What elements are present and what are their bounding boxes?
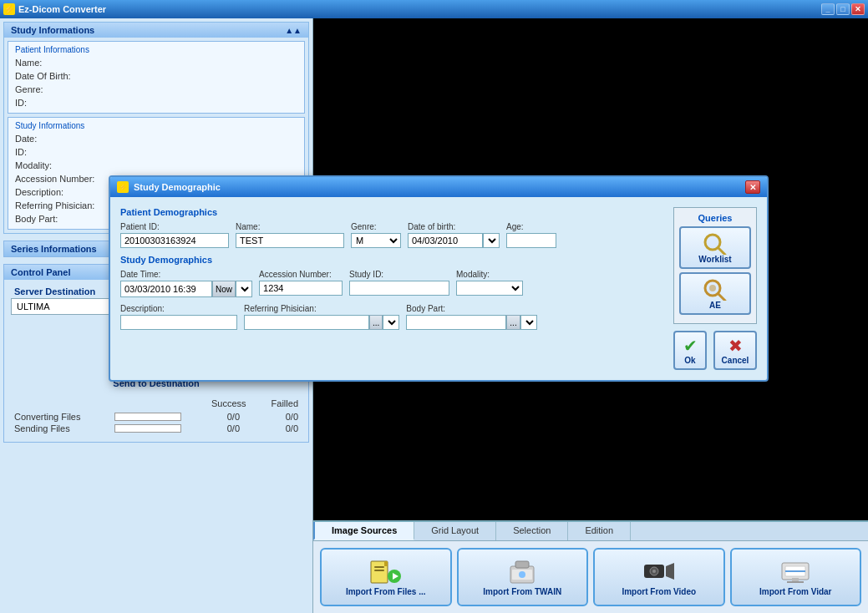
ae-icon (702, 277, 728, 301)
body-part-field: Body Part: ... (406, 304, 536, 330)
accession-input[interactable] (259, 281, 343, 296)
dob-dropdown[interactable] (483, 233, 500, 248)
dob-field-label: Date of birth: (408, 222, 500, 231)
dob-input-group (408, 233, 500, 248)
study-demo-row1: Date Time: Now Accession Number: Study I… (120, 270, 663, 297)
study-id-input[interactable] (349, 281, 449, 296)
dob-input[interactable] (408, 233, 483, 248)
modal-close-button[interactable]: ✕ (745, 180, 760, 194)
modal-form-area: Patient Demographics Patient ID: Name: G… (120, 207, 663, 370)
patient-id-field-label: Patient ID: (120, 222, 229, 231)
ok-button[interactable]: ✔ Ok (673, 331, 707, 370)
study-demographic-modal: ⚡ Study Demographic ✕ Patient Demographi… (109, 175, 769, 382)
ae-button[interactable]: AE (679, 272, 751, 315)
svg-line-27 (718, 294, 725, 301)
description-label: Description: (120, 304, 237, 313)
age-field: Age: (506, 222, 556, 248)
accession-label: Accession Number: (259, 270, 343, 279)
datetime-field: Date Time: Now (120, 270, 252, 297)
referring-browse-button[interactable]: ... (369, 315, 383, 330)
cancel-button[interactable]: ✖ Cancel (713, 331, 757, 370)
worklist-label: Worklist (698, 255, 731, 264)
datetime-input-group: Now (120, 281, 252, 297)
referring-dropdown[interactable] (383, 315, 399, 330)
study-id-label: Study ID: (349, 270, 449, 279)
patient-demo-label: Patient Demographics (120, 207, 663, 217)
worklist-icon (702, 231, 728, 255)
modal-title-area: ⚡ Study Demographic (117, 181, 221, 193)
name-input[interactable] (236, 233, 344, 248)
description-input[interactable] (120, 315, 237, 330)
genre-field-label: Genre: (351, 222, 401, 231)
study-id-field: Study ID: (349, 270, 449, 296)
referring-input[interactable] (244, 315, 369, 330)
accession-field: Accession Number: (259, 270, 343, 296)
ae-label: AE (709, 301, 721, 310)
age-field-label: Age: (506, 222, 556, 231)
genre-field: Genre: M (351, 222, 401, 248)
modal-title-text: Study Demographic (134, 182, 221, 192)
now-button[interactable]: Now (212, 281, 236, 297)
age-input[interactable] (506, 233, 556, 248)
cancel-icon: ✖ (728, 336, 743, 356)
referring-label: Referring Phisician: (244, 304, 399, 313)
name-field: Name: (236, 222, 344, 248)
patient-id-field: Patient ID: (120, 222, 229, 248)
description-field: Description: (120, 304, 237, 330)
referring-input-group: ... (244, 315, 399, 330)
name-field-label: Name: (236, 222, 344, 231)
dob-field: Date of birth: (408, 222, 500, 248)
patient-id-input[interactable] (120, 233, 229, 248)
modal-title-icon: ⚡ (117, 181, 129, 193)
body-part-dropdown[interactable] (520, 315, 537, 330)
study-demo-row2: Description: Referring Phisician: ... Bo… (120, 304, 663, 330)
svg-point-28 (709, 285, 716, 291)
body-part-browse-button[interactable]: ... (506, 315, 520, 330)
body-part-label: Body Part: (406, 304, 536, 313)
cancel-label: Cancel (722, 356, 749, 365)
modality-label: Modality: (456, 270, 523, 279)
modality-select[interactable] (456, 281, 523, 296)
modality-field: Modality: (456, 270, 523, 296)
datetime-input[interactable] (120, 281, 212, 297)
queries-box: Queries Worklist (673, 207, 757, 324)
modal-queries-area: Queries Worklist (673, 207, 757, 370)
referring-field: Referring Phisician: ... (244, 304, 399, 330)
ok-label: Ok (684, 356, 695, 365)
ok-cancel-area: ✔ Ok ✖ Cancel (673, 331, 757, 370)
worklist-button[interactable]: Worklist (679, 226, 751, 269)
ok-icon: ✔ (683, 336, 698, 356)
svg-line-25 (718, 248, 725, 255)
datetime-dropdown[interactable] (236, 281, 252, 297)
study-demo-label: Study Demographics (120, 255, 663, 265)
body-part-input[interactable] (406, 315, 506, 330)
modal-overlay: ⚡ Study Demographic ✕ Patient Demographi… (0, 0, 868, 613)
modal-title-bar: ⚡ Study Demographic ✕ (110, 177, 767, 197)
modal-body: Patient Demographics Patient ID: Name: G… (110, 197, 767, 380)
genre-select[interactable]: M (351, 233, 401, 248)
datetime-label: Date Time: (120, 270, 252, 279)
body-part-input-group: ... (406, 315, 536, 330)
queries-label: Queries (679, 213, 751, 223)
patient-demo-row1: Patient ID: Name: Genre: M Date (120, 222, 663, 248)
